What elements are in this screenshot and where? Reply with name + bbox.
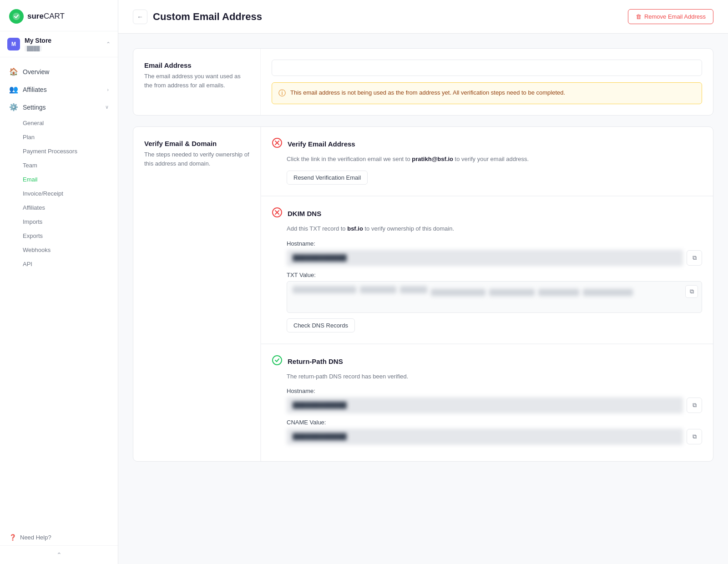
page-title: Custom Email Address	[153, 11, 262, 23]
sidebar-sub-api[interactable]: API	[0, 257, 118, 271]
return-path-cname-label: CNAME Value:	[272, 419, 702, 426]
sidebar-item-settings[interactable]: ⚙️ Settings ∨	[0, 98, 118, 116]
home-icon: 🏠	[9, 67, 18, 76]
email-section-content: ⓘ This email address is not being used a…	[261, 49, 713, 115]
sidebar-item-overview[interactable]: 🏠 Overview	[0, 63, 118, 81]
back-button[interactable]: ←	[133, 10, 147, 24]
store-sub: ████	[25, 45, 42, 51]
return-path-hostname-input[interactable]	[287, 397, 683, 413]
remove-email-button[interactable]: 🗑 Remove Email Address	[628, 9, 713, 24]
settings-icon: ⚙️	[9, 103, 18, 111]
return-path-title: Return-Path DNS	[288, 358, 343, 365]
return-path-hostname-row: ⧉	[272, 397, 702, 413]
sidebar-sub-plan[interactable]: Plan	[0, 130, 118, 144]
verify-section-title: Verify Email & Domain	[144, 140, 249, 147]
help-icon: ❓	[9, 534, 16, 541]
email-section-title: Email Address	[144, 61, 249, 69]
sidebar-sub-affiliates[interactable]: Affiliates	[0, 201, 118, 215]
need-help-link[interactable]: ❓ Need Help?	[0, 529, 118, 545]
page-header-left: ← Custom Email Address	[133, 10, 262, 24]
dkim-title: DKIM DNS	[288, 210, 321, 217]
verify-section: Verify Email & Domain The steps needed t…	[133, 126, 713, 462]
logo-icon	[9, 9, 24, 24]
settings-arrow-icon: ∨	[105, 104, 109, 110]
verify-email-item: Verify Email Address Click the link in t…	[261, 127, 713, 196]
affiliates-icon: 👥	[9, 85, 18, 94]
verify-items: Verify Email Address Click the link in t…	[261, 127, 713, 461]
nav-label-settings: Settings	[23, 104, 101, 111]
return-path-desc: The return-path DNS record has been veri…	[272, 372, 702, 382]
email-section-desc: The email address you want used as the f…	[144, 72, 249, 90]
dkim-desc: Add this TXT record to bsf.io to verify …	[272, 224, 702, 234]
return-path-cname-input[interactable]	[287, 428, 683, 445]
email-section-label: Email Address The email address you want…	[133, 49, 261, 115]
warning-banner: ⓘ This email address is not being used a…	[272, 82, 702, 104]
sidebar-sub-imports[interactable]: Imports	[0, 215, 118, 229]
sidebar-sub-general[interactable]: General	[0, 116, 118, 130]
return-path-header: Return-Path DNS	[272, 355, 702, 368]
page-header: ← Custom Email Address 🗑 Remove Email Ad…	[118, 0, 728, 34]
dkim-status-icon	[272, 207, 282, 220]
dkim-hostname-row: ⧉	[272, 250, 702, 266]
sidebar-collapse-btn[interactable]: ⌃	[0, 545, 118, 564]
remove-email-label: Remove Email Address	[644, 13, 706, 20]
sidebar: sureCART M My Store ████ ⌃ 🏠 Overview 👥 …	[0, 0, 118, 564]
affiliates-arrow-icon: ›	[107, 87, 109, 92]
sidebar-sub-team[interactable]: Team	[0, 158, 118, 172]
svg-point-7	[273, 356, 282, 365]
need-help-label: Need Help?	[20, 534, 51, 541]
store-name: My Store	[25, 37, 101, 44]
verify-email-title: Verify Email Address	[288, 140, 355, 148]
dkim-hostname-label: Hostname:	[272, 240, 702, 247]
sidebar-item-affiliates[interactable]: 👥 Affiliates ›	[0, 81, 118, 98]
warning-icon: ⓘ	[278, 89, 286, 98]
nav-label-overview: Overview	[23, 68, 109, 76]
sidebar-sub-webhooks[interactable]: Webhooks	[0, 243, 118, 257]
warning-text: This email address is not being used as …	[290, 88, 565, 97]
return-path-dns-item: Return-Path DNS The return-path DNS reco…	[261, 344, 713, 462]
return-path-hostname-copy-btn[interactable]: ⧉	[687, 398, 702, 413]
dkim-dns-header: DKIM DNS	[272, 207, 702, 220]
verify-section-label: Verify Email & Domain The steps needed t…	[133, 127, 261, 461]
store-chevron-icon: ⌃	[106, 41, 111, 47]
page-body: Email Address The email address you want…	[118, 34, 728, 476]
sidebar-logo: sureCART	[0, 0, 118, 31]
resend-verification-button[interactable]: Resend Verification Email	[287, 171, 368, 185]
email-section: Email Address The email address you want…	[133, 48, 713, 116]
store-selector[interactable]: M My Store ████ ⌃	[0, 31, 118, 57]
dkim-txtvalue-copy-btn[interactable]: ⧉	[685, 285, 698, 298]
sidebar-sub-payment-processors[interactable]: Payment Processors	[0, 144, 118, 158]
collapse-icon: ⌃	[56, 551, 62, 559]
nav-label-affiliates: Affiliates	[23, 86, 102, 93]
sidebar-sub-invoice[interactable]: Invoice/Receipt	[0, 186, 118, 201]
verify-email-desc: Click the link in the verification email…	[272, 155, 702, 164]
verify-section-desc: The steps needed to verify ownership of …	[144, 150, 249, 168]
dkim-dns-item: DKIM DNS Add this TXT record to bsf.io t…	[261, 196, 713, 344]
logo-text: sureCART	[27, 12, 65, 21]
svg-point-0	[13, 13, 20, 20]
dkim-txt-value-box: ⧉	[287, 281, 702, 313]
check-dns-button[interactable]: Check DNS Records	[287, 318, 355, 332]
sidebar-sub-exports[interactable]: Exports	[0, 229, 118, 243]
sidebar-sub-email[interactable]: Email	[0, 172, 118, 186]
dkim-txtvalue-label: TXT Value:	[272, 272, 702, 278]
verify-email-status-icon	[272, 138, 282, 150]
main-content: ← Custom Email Address 🗑 Remove Email Ad…	[118, 0, 728, 564]
dkim-hostname-copy-btn[interactable]: ⧉	[687, 250, 702, 266]
return-path-status-icon	[272, 355, 282, 368]
trash-icon: 🗑	[636, 13, 642, 20]
sidebar-nav: 🏠 Overview 👥 Affiliates › ⚙️ Settings ∨ …	[0, 57, 118, 529]
store-info: My Store ████	[25, 37, 101, 51]
return-path-hostname-label: Hostname:	[272, 388, 702, 394]
return-path-cname-copy-btn[interactable]: ⧉	[687, 429, 702, 444]
verify-email-header: Verify Email Address	[272, 138, 702, 150]
dkim-hostname-input[interactable]	[287, 250, 683, 266]
email-input[interactable]	[272, 60, 702, 76]
store-avatar: M	[7, 38, 20, 50]
return-path-cname-row: ⧉	[272, 428, 702, 445]
